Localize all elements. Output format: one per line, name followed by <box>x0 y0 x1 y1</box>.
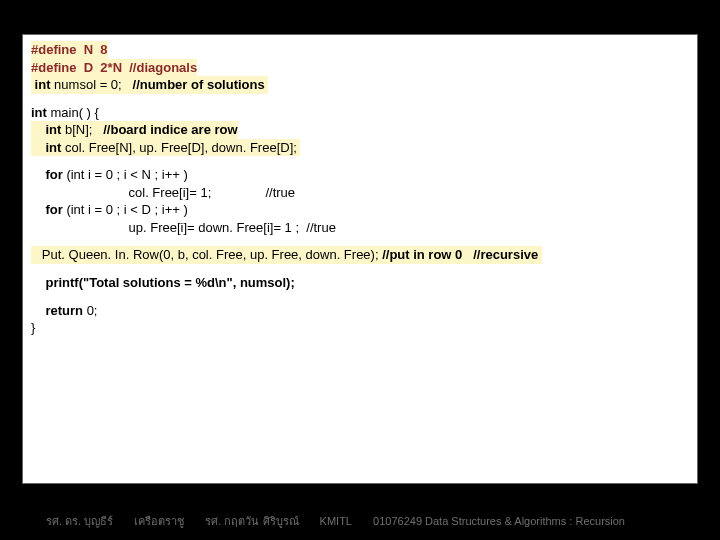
footer-author1: รศ. ดร. บุญธีร์ <box>46 512 113 530</box>
code-line-free-arrays: int col. Free[N], up. Free[D], down. Fre… <box>31 139 300 157</box>
code-line-putqueen: Put. Queen. In. Row(0, b, col. Free, up.… <box>31 246 542 264</box>
code-line-upfree: up. Free[i]= down. Free[i]= 1 ; //true <box>31 219 689 237</box>
code-line-for-d: for (int i = 0 ; i < D ; i++ ) <box>31 201 689 219</box>
code-line-colfree: col. Free[i]= 1; //true <box>31 184 689 202</box>
code-line-return: return 0; <box>31 302 689 320</box>
footer: รศ. ดร. บุญธีร์ เครือตราชู รศ. กฤตวัน ศิ… <box>0 512 720 530</box>
code-line-main: int main( ) { <box>31 104 689 122</box>
code-card: #define N 8 #define D 2*N //diagonals in… <box>22 34 698 484</box>
footer-author2: รศ. กฤตวัน ศิริบูรณ์ <box>205 512 298 530</box>
code-line-board: int b[N]; //board indice are row <box>31 121 238 139</box>
code-line-numsol: int numsol = 0; //number of solutions <box>31 76 268 94</box>
code-line-for-n: for (int i = 0 ; i < N ; i++ ) <box>31 166 689 184</box>
footer-inst: KMITL <box>320 515 352 527</box>
footer-author1b: เครือตราชู <box>134 512 184 530</box>
code-line-printf: printf("Total solutions = %d\n", numsol)… <box>31 274 689 292</box>
code-line-define-n: #define N 8 <box>31 41 108 59</box>
code-line-close: } <box>31 319 689 337</box>
code-line-define-d: #define D 2*N //diagonals <box>31 59 197 77</box>
footer-course: 01076249 Data Structures & Algorithms : … <box>373 515 625 527</box>
